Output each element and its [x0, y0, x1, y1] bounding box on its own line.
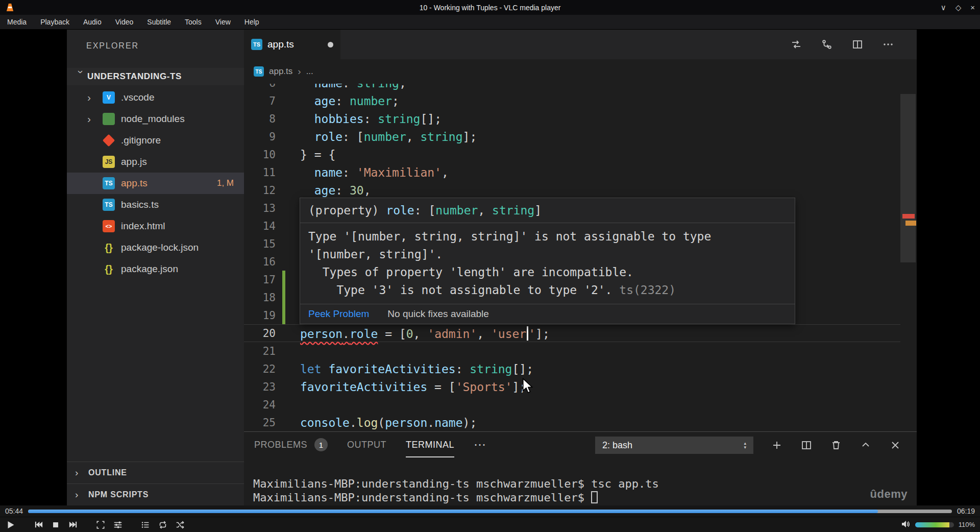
fullscreen-button[interactable] — [93, 518, 108, 531]
peek-problem-link[interactable]: Peek Problem — [308, 308, 369, 320]
menu-video[interactable]: Video — [115, 18, 134, 26]
folder-section-header[interactable]: › UNDERSTANDING-TS — [67, 68, 244, 85]
panel-more-tabs-icon[interactable]: ⋯ — [474, 438, 486, 452]
more-actions-icon[interactable] — [882, 38, 894, 51]
line-number: 10 — [244, 149, 276, 161]
playlist-button[interactable] — [138, 518, 153, 531]
code-line-25[interactable]: 25console.log(person.name); — [244, 414, 900, 431]
gutter — [276, 378, 300, 396]
kill-terminal-trash-icon[interactable] — [830, 439, 842, 451]
vlc-titlebar: 10 - Working with Tuples - VLC media pla… — [0, 0, 980, 15]
tab-app-ts[interactable]: TS app.ts — [244, 30, 340, 59]
tree-item-basics-ts[interactable]: TSbasics.ts — [67, 194, 244, 215]
code-line-12[interactable]: 12 age: 30, — [244, 181, 900, 199]
editor-scrollbar[interactable] — [900, 94, 916, 262]
maximize-button[interactable]: ◇ — [955, 0, 962, 15]
code-line-10[interactable]: 10} = { — [244, 146, 900, 163]
panel-tab-problems[interactable]: PROBLEMS1 — [254, 432, 328, 457]
menu-subtitle[interactable]: Subtitle — [147, 18, 171, 26]
code-text: console.log(person.name); — [300, 416, 477, 429]
ts-file-icon: TS — [254, 66, 264, 77]
outline-section[interactable]: › OUTLINE — [67, 462, 244, 483]
video-area[interactable]: EXPLORER › UNDERSTANDING-TS ›V.vscode›no… — [0, 30, 980, 505]
tree-item-index-html[interactable]: <>index.html — [67, 215, 244, 237]
chevron-right-icon: › — [75, 467, 88, 478]
bottom-panel: PROBLEMS1OUTPUTTERMINAL⋯ 2: bash ▴▾ Maxi… — [244, 431, 917, 505]
code-line-7[interactable]: 7 age: number; — [244, 92, 900, 110]
code-line-21[interactable]: 21 — [244, 342, 900, 360]
breadcrumb[interactable]: TS app.ts › ... — [244, 59, 917, 84]
menu-playback[interactable]: Playback — [40, 18, 69, 26]
line-number: 13 — [244, 202, 276, 214]
panel-tab-output[interactable]: OUTPUT — [347, 432, 386, 457]
extended-settings-button[interactable] — [111, 518, 125, 531]
ts-file-icon: TS — [251, 39, 262, 50]
tree-item--gitignore[interactable]: .gitignore — [67, 130, 244, 151]
tree-item-package-lock-json[interactable]: {}package-lock.json — [67, 237, 244, 258]
play-button[interactable] — [4, 518, 18, 531]
tree-item-app-js[interactable]: JSapp.js — [67, 151, 244, 173]
code-line-20[interactable]: 20person.role = [0, 'admin', 'user']; — [244, 324, 900, 342]
vlc-cone-icon — [5, 3, 15, 12]
line-number: 11 — [244, 166, 276, 179]
close-button[interactable]: × — [970, 0, 975, 15]
gutter — [276, 414, 300, 431]
menu-view[interactable]: View — [215, 18, 231, 26]
code-line-24[interactable]: 24 — [244, 396, 900, 414]
terminal-output[interactable]: Maximilians-MBP:understanding-ts mschwar… — [253, 477, 659, 504]
stop-button[interactable] — [48, 518, 63, 531]
seek-slider[interactable] — [28, 510, 952, 513]
split-editor-icon[interactable] — [851, 38, 864, 51]
terminal-cursor — [591, 491, 598, 503]
previous-button[interactable] — [31, 518, 45, 531]
npm-scripts-section[interactable]: › NPM SCRIPTS — [67, 483, 244, 505]
code-line-22[interactable]: 22let favoriteActivities: string[]; — [244, 360, 900, 378]
tree-item-node-modules[interactable]: ›node_modules — [67, 108, 244, 130]
new-terminal-icon[interactable] — [771, 439, 783, 451]
outline-label: OUTLINE — [88, 468, 127, 477]
code-line-11[interactable]: 11 name: 'Maximilian', — [244, 163, 900, 181]
shell-select-value: 2: bash — [602, 440, 632, 451]
line-number: 17 — [244, 274, 276, 286]
volume-fill — [915, 522, 949, 527]
file-name: app.js — [121, 156, 147, 167]
volume-slider[interactable] — [915, 522, 954, 527]
volume-percentage: 110% — [959, 521, 975, 528]
tree-item-package-json[interactable]: {}package.json — [67, 258, 244, 280]
split-terminal-icon[interactable] — [800, 439, 813, 451]
maximize-panel-chevron-icon[interactable] — [860, 439, 872, 451]
open-changes-icon[interactable] — [790, 38, 802, 51]
next-button[interactable] — [66, 518, 80, 531]
menu-media[interactable]: Media — [7, 18, 27, 26]
menu-audio[interactable]: Audio — [83, 18, 102, 26]
terminal-shell-select[interactable]: 2: bash ▴▾ — [595, 437, 753, 454]
close-panel-icon[interactable] — [889, 439, 901, 451]
warning-ruler-mark — [905, 221, 916, 226]
line-number: 22 — [244, 363, 276, 375]
menu-tools[interactable]: Tools — [185, 18, 202, 26]
minimize-button[interactable]: ∨ — [941, 0, 946, 15]
code-line-8[interactable]: 8 hobbies: string[]; — [244, 110, 900, 128]
speaker-icon[interactable] — [900, 519, 911, 531]
tree-item--vscode[interactable]: ›V.vscode — [67, 87, 244, 108]
volume-group: 110% — [900, 519, 975, 531]
compare-changes-icon[interactable] — [821, 38, 833, 51]
time-total: 06:19 — [957, 507, 975, 515]
shuffle-button[interactable] — [173, 518, 187, 531]
code-line-9[interactable]: 9 role: [number, string]; — [244, 128, 900, 146]
hover-tooltip: (property) role: [number, string] Type '… — [300, 198, 795, 324]
menu-help[interactable]: Help — [244, 18, 259, 26]
gutter — [276, 146, 300, 163]
line-number: 20 — [244, 327, 276, 340]
ts-file-icon: TS — [103, 177, 115, 189]
loop-button[interactable] — [156, 518, 170, 531]
panel-tab-terminal[interactable]: TERMINAL — [406, 432, 454, 457]
tree-item-app-ts[interactable]: TSapp.ts1, M — [67, 173, 244, 194]
breadcrumb-more: ... — [306, 66, 313, 77]
code-line-23[interactable]: 23favoriteActivities = ['Sports']; — [244, 378, 900, 396]
panel-actions: 2: bash ▴▾ — [595, 436, 917, 454]
file-name: package.json — [121, 263, 178, 275]
file-name: .vscode — [121, 92, 154, 103]
dropdown-arrows-icon: ▴▾ — [744, 441, 746, 449]
line-number: 15 — [244, 238, 276, 250]
